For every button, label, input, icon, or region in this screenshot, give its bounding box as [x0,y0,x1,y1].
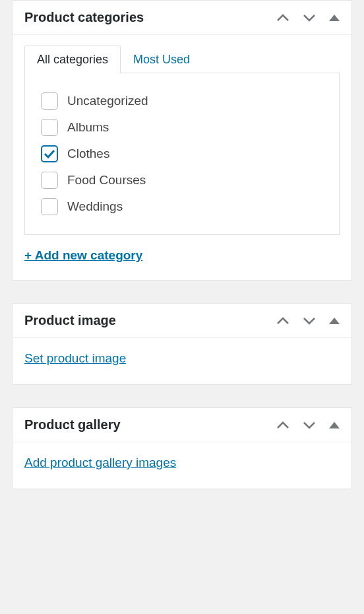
move-up-icon[interactable] [276,317,289,325]
product-gallery-panel: Product gallery Add product gallery imag… [12,407,352,489]
category-item: Albums [41,114,323,141]
tab-most-used[interactable]: Most Used [121,46,202,73]
panel-controls [276,14,340,22]
category-label: Food Courses [67,173,146,188]
svg-marker-1 [329,318,340,324]
category-item: Food Courses [41,167,323,193]
collapse-icon[interactable] [329,15,340,21]
checkbox-uncategorized[interactable] [41,92,58,110]
checkbox-albums[interactable] [41,119,58,136]
panel-body-image: Set product image [13,338,351,384]
category-label: Clothes [67,147,109,161]
panel-title: Product gallery [24,417,121,432]
add-gallery-images-link[interactable]: Add product gallery images [24,456,176,469]
collapse-icon[interactable] [329,318,340,324]
panel-header-gallery[interactable]: Product gallery [13,408,351,442]
svg-marker-0 [329,15,340,21]
product-image-panel: Product image Set product image [12,303,352,385]
product-categories-panel: Product categories All categories Most U… [12,0,352,281]
panel-title: Product image [24,313,116,328]
category-label: Weddings [67,199,123,214]
panel-header-image[interactable]: Product image [13,304,351,338]
move-up-icon[interactable] [276,14,289,22]
checkbox-weddings[interactable] [41,198,58,215]
add-new-category-link[interactable]: + Add new category [24,248,142,263]
category-list: Uncategorized Albums Clothes Food Course… [24,73,340,235]
collapse-icon[interactable] [329,422,340,428]
category-item: Weddings [41,193,323,220]
panel-title: Product categories [24,10,144,25]
checkbox-food-courses[interactable] [41,172,58,189]
move-down-icon[interactable] [303,14,316,22]
category-label: Albums [67,120,109,135]
panel-controls [276,421,340,429]
category-item: Clothes [41,141,323,167]
panel-body-categories: All categories Most Used Uncategorized A… [13,35,351,280]
panel-header-categories[interactable]: Product categories [13,1,351,35]
set-product-image-link[interactable]: Set product image [24,351,126,365]
move-down-icon[interactable] [303,317,316,325]
panel-body-gallery: Add product gallery images [13,442,351,489]
panel-controls [276,317,340,325]
checkbox-clothes[interactable] [41,145,58,162]
tab-all-categories[interactable]: All categories [24,46,121,73]
move-down-icon[interactable] [303,421,316,429]
svg-marker-2 [329,422,340,428]
category-tabs: All categories Most Used [24,46,340,73]
category-item: Uncategorized [41,88,323,114]
move-up-icon[interactable] [276,421,289,429]
category-label: Uncategorized [67,94,148,108]
